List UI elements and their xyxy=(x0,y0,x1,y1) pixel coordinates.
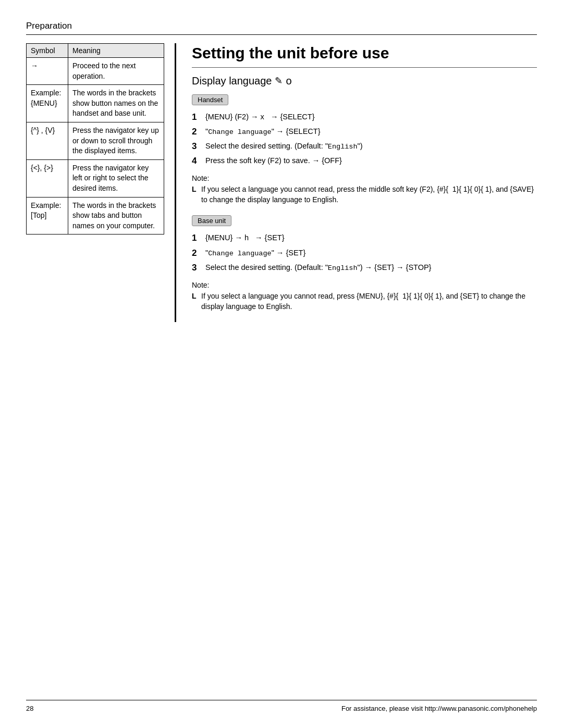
list-item: 2 "Change language" → {SELECT} xyxy=(192,126,537,138)
section-rule xyxy=(192,67,537,68)
symbol-cell: Example: [Top] xyxy=(27,197,68,235)
table-row: Example: {MENU} The words in the bracket… xyxy=(27,85,164,122)
display-language-suffix: o xyxy=(286,75,291,87)
list-item: 2 "Change language" → {SET} xyxy=(192,248,537,259)
col-header-symbol: Symbol xyxy=(27,44,68,58)
assistance-text: For assistance, please visit http://www.… xyxy=(341,705,537,712)
main-layout: Symbol Meaning → Proceed to the next ope… xyxy=(26,43,537,322)
preparation-title: Preparation xyxy=(26,21,537,31)
header-section: Preparation xyxy=(26,21,537,35)
pencil-icon: ✎ xyxy=(275,75,283,87)
page-container: Preparation Symbol Meaning → Proceed to … xyxy=(0,0,563,728)
list-item: 3 Select the desired setting. (Default: … xyxy=(192,141,537,152)
base-note-section: Note: L If you select a language you can… xyxy=(192,281,537,312)
meaning-cell: Proceed to the next operation. xyxy=(68,58,164,85)
page-footer: 28 For assistance, please visit http://w… xyxy=(26,700,537,712)
handset-note-item: L If you select a language you cannot re… xyxy=(192,184,537,205)
right-column: Setting the unit before use Display lang… xyxy=(175,43,537,322)
page-number: 28 xyxy=(26,705,33,712)
section-title: Setting the unit before use xyxy=(192,43,537,63)
table-row: {^} , {V} Press the navigator key up or … xyxy=(27,122,164,159)
handset-tab: Handset xyxy=(192,94,228,105)
handset-steps-list: 1 {MENU} (F2) → x → {SELECT} 2 "Change l… xyxy=(192,112,537,167)
symbol-table: Symbol Meaning → Proceed to the next ope… xyxy=(26,43,164,235)
meaning-cell: The words in the brackets show tabs and … xyxy=(68,197,164,235)
table-row: Example: [Top] The words in the brackets… xyxy=(27,197,164,235)
list-item: 3 Select the desired setting. (Default: … xyxy=(192,262,537,274)
table-row: {<}, {>} Press the navigator key left or… xyxy=(27,159,164,197)
list-item: 1 {MENU} (F2) → x → {SELECT} xyxy=(192,112,537,123)
handset-note-title: Note: xyxy=(192,174,537,182)
symbol-cell: Example: {MENU} xyxy=(27,85,68,122)
base-note-title: Note: xyxy=(192,281,537,289)
left-column: Symbol Meaning → Proceed to the next ope… xyxy=(26,43,175,322)
meaning-cell: Press the navigator key left or right to… xyxy=(68,159,164,197)
meaning-cell: The words in the brackets show button na… xyxy=(68,85,164,122)
handset-note-section: Note: L If you select a language you can… xyxy=(192,174,537,205)
table-row: → Proceed to the next operation. xyxy=(27,58,164,85)
symbol-cell: → xyxy=(27,58,68,85)
base-note-item: L If you select a language you cannot re… xyxy=(192,291,537,312)
display-language-label: Display language xyxy=(192,75,272,87)
subsection-title: Display language ✎ o xyxy=(192,75,537,87)
header-rule xyxy=(26,34,537,35)
base-unit-tab: Base unit xyxy=(192,215,231,226)
base-steps-list: 1 {MENU} → h → {SET} 2 "Change language"… xyxy=(192,232,537,273)
symbol-cell: {<}, {>} xyxy=(27,159,68,197)
symbol-cell: {^} , {V} xyxy=(27,122,68,159)
meaning-cell: Press the navigator key up or down to sc… xyxy=(68,122,164,159)
list-item: 4 Press the soft key (F2) to save. → {OF… xyxy=(192,155,537,167)
col-header-meaning: Meaning xyxy=(68,44,164,58)
list-item: 1 {MENU} → h → {SET} xyxy=(192,232,537,244)
